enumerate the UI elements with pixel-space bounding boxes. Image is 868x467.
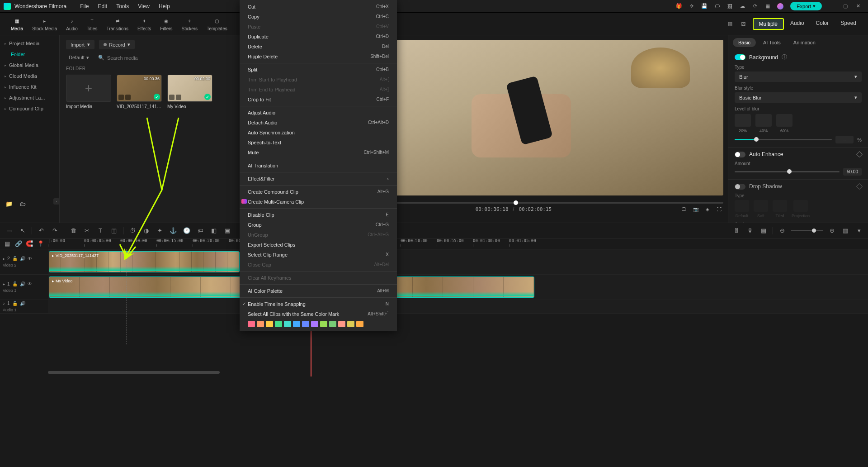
ctx-crop-to-fit[interactable]: Crop to FitCtrl+F: [240, 95, 397, 105]
image-view-icon[interactable]: 🖼: [739, 19, 748, 29]
background-toggle[interactable]: [735, 54, 745, 60]
tab-media[interactable]: ▦Media: [6, 14, 28, 33]
color-mark[interactable]: [266, 321, 273, 327]
undo-icon[interactable]: ↶: [37, 226, 46, 235]
search-input[interactable]: 🔍: [98, 55, 170, 61]
tab-multiple[interactable]: Multiple: [753, 18, 784, 30]
ctx-duplicate[interactable]: DuplicateCtrl+D: [240, 32, 397, 42]
text-icon[interactable]: T: [96, 226, 105, 235]
lock-icon[interactable]: 🔓: [12, 301, 18, 306]
layout-icon[interactable]: ▤: [759, 226, 768, 235]
cloud-icon[interactable]: ☁: [737, 1, 748, 12]
ctx-split[interactable]: SplitCtrl+B: [240, 65, 397, 75]
tab-transitions[interactable]: ⇄Transitions: [102, 14, 133, 33]
blur-slider[interactable]: [735, 139, 832, 140]
maximize-icon[interactable]: ▢: [839, 3, 852, 9]
effects-icon[interactable]: ✦: [155, 226, 164, 235]
blur-level[interactable]: 60%: [776, 114, 793, 133]
mixer-icon[interactable]: 🎚: [732, 226, 741, 235]
shadow-type[interactable]: Default: [735, 200, 749, 218]
shadow-type[interactable]: Tiled: [773, 200, 787, 218]
nav-influence-kit[interactable]: ▸Influence Kit: [0, 81, 59, 92]
pointer-icon[interactable]: ▭: [5, 226, 14, 235]
import-media-card[interactable]: + Import Media: [66, 75, 111, 109]
snapshot-icon[interactable]: 📷: [692, 205, 700, 213]
ruler[interactable]: |:00:0000:00:05:0000:00:10:0000:00:15:00…: [48, 238, 868, 249]
sort-dropdown[interactable]: Default▾: [66, 53, 92, 62]
tab-audio[interactable]: ♪Audio: [61, 14, 82, 33]
tab-stickers[interactable]: ✧Stickers: [177, 14, 203, 33]
timeline-clip[interactable]: ▸VID_20250117_141427: [49, 251, 240, 272]
color-mark[interactable]: [302, 321, 309, 327]
nav-folder[interactable]: Folder: [0, 49, 59, 60]
mask-icon[interactable]: ◧: [209, 226, 218, 235]
track-link-icon[interactable]: 🔗: [14, 239, 23, 248]
menu-help[interactable]: Help: [154, 1, 175, 11]
fullscreen-icon[interactable]: ⛶: [715, 205, 723, 213]
tab-effects[interactable]: ✦Effects: [133, 14, 156, 33]
blend-icon[interactable]: ◑: [142, 226, 151, 235]
shadow-type[interactable]: Projection: [792, 200, 810, 218]
color-mark[interactable]: [311, 321, 318, 327]
track-magnet-icon[interactable]: 🧲: [25, 239, 34, 248]
ctx-auto-synchronization[interactable]: Auto Synchronization: [240, 128, 397, 138]
color-mark[interactable]: [347, 321, 354, 327]
keyframe-icon[interactable]: [856, 183, 863, 190]
color-mark[interactable]: [320, 321, 327, 327]
track-marker-icon[interactable]: 📍: [36, 239, 45, 248]
mute-icon[interactable]: 🔊: [20, 301, 25, 306]
export-button[interactable]: Export▾: [790, 2, 822, 10]
collapse-nav-icon[interactable]: ‹: [53, 198, 60, 205]
zoom-in-icon[interactable]: ⊕: [827, 226, 836, 235]
props-tab-basic[interactable]: Basic: [733, 38, 756, 47]
import-dropdown[interactable]: Import▾: [66, 40, 94, 49]
blur-style-select[interactable]: Basic Blur▾: [735, 92, 862, 103]
folder-open-icon[interactable]: 🗁: [18, 199, 27, 208]
ctx-disable-clip[interactable]: Disable ClipE: [240, 210, 397, 220]
select-icon[interactable]: ↖: [18, 226, 27, 235]
color-mark[interactable]: [329, 321, 336, 327]
ctx-group[interactable]: GroupCtrl+G: [240, 220, 397, 230]
ctx-ai-translation[interactable]: AI Translation: [240, 161, 397, 171]
nav-global-media[interactable]: ▸Global Media: [0, 60, 59, 71]
anchor-icon[interactable]: ⚓: [169, 226, 178, 235]
avatar-icon[interactable]: [775, 1, 786, 12]
mute-icon[interactable]: 🔊: [20, 281, 25, 286]
lock-icon[interactable]: 🔓: [12, 256, 18, 261]
color-mark[interactable]: [293, 321, 300, 327]
ctx-mute[interactable]: MuteCtrl+Shift+M: [240, 148, 397, 157]
color-mark[interactable]: [338, 321, 345, 327]
ctx-cut[interactable]: CutCtrl+X: [240, 2, 397, 12]
apps-icon[interactable]: ▦: [762, 1, 773, 12]
time-icon[interactable]: 🕐: [182, 226, 191, 235]
gift-icon[interactable]: 🎁: [674, 1, 684, 12]
tab-templates[interactable]: ▢Templates: [202, 14, 232, 33]
mute-icon[interactable]: 🔊: [20, 256, 25, 261]
ctx-export-selected-clips[interactable]: Export Selected Clips: [240, 240, 397, 250]
color-mark[interactable]: [275, 321, 282, 327]
ctx-detach-audio[interactable]: Detach AudioCtrl+Alt+D: [240, 118, 397, 128]
transform-icon[interactable]: ▣: [223, 226, 232, 235]
record-dropdown[interactable]: Record▾: [99, 40, 134, 49]
folder-new-icon[interactable]: 📁: [5, 199, 14, 208]
nav-cloud-media[interactable]: ▸Cloud Media: [0, 71, 59, 81]
quality-icon[interactable]: ◈: [703, 205, 712, 213]
cut-icon[interactable]: ✂: [82, 226, 91, 235]
info-icon[interactable]: ⓘ: [782, 53, 787, 61]
tab-speed[interactable]: Speed: [835, 18, 862, 30]
color-mark[interactable]: [257, 321, 264, 327]
bg-type-select[interactable]: Blur▾: [735, 71, 862, 82]
ctx-enable-timeline-snapping[interactable]: Enable Timeline SnappingN: [240, 299, 397, 309]
tab-audio[interactable]: Audio: [785, 18, 810, 30]
nav-adjustment-la---[interactable]: ▸Adjustment La...: [0, 92, 59, 103]
zoom-out-icon[interactable]: ⊖: [778, 226, 787, 235]
ctx-adjust-audio[interactable]: Adjust Audio: [240, 108, 397, 118]
delete-icon[interactable]: 🗑: [69, 226, 78, 235]
ctx-create-multi-camera-clip[interactable]: Create Multi-Camera Clip: [240, 197, 397, 207]
eye-icon[interactable]: 👁: [28, 281, 32, 286]
color-mark[interactable]: [284, 321, 291, 327]
ctx-delete[interactable]: DeleteDel: [240, 42, 397, 52]
auto-enhance-toggle[interactable]: [735, 152, 745, 157]
media-clip[interactable]: 00:02:00 ✓ My Video: [167, 75, 212, 109]
fit-icon[interactable]: ▥: [841, 226, 850, 235]
